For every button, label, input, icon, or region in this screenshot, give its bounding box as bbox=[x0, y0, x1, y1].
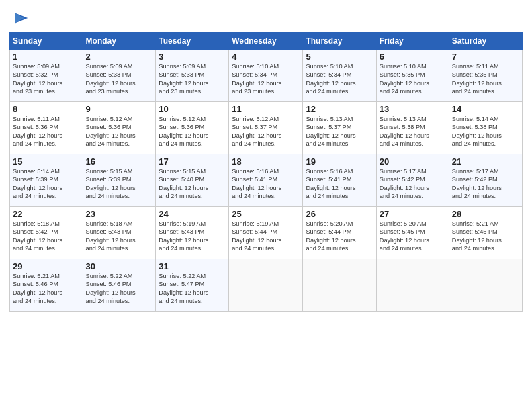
calendar-cell: 15Sunrise: 5:14 AMSunset: 5:39 PMDayligh… bbox=[10, 154, 83, 207]
calendar-cell bbox=[376, 259, 449, 312]
day-number: 5 bbox=[306, 52, 373, 62]
calendar-cell bbox=[449, 259, 522, 312]
calendar-cell: 25Sunrise: 5:19 AMSunset: 5:44 PMDayligh… bbox=[229, 207, 303, 259]
day-number: 8 bbox=[13, 104, 80, 114]
calendar-cell: 27Sunrise: 5:20 AMSunset: 5:45 PMDayligh… bbox=[376, 207, 449, 259]
day-info: Sunrise: 5:09 AMSunset: 5:32 PMDaylight:… bbox=[13, 62, 80, 96]
day-info: Sunrise: 5:17 AMSunset: 5:42 PMDaylight:… bbox=[380, 167, 446, 201]
day-info: Sunrise: 5:13 AMSunset: 5:37 PMDaylight:… bbox=[306, 115, 373, 148]
calendar-cell: 26Sunrise: 5:20 AMSunset: 5:44 PMDayligh… bbox=[303, 207, 376, 259]
day-info: Sunrise: 5:15 AMSunset: 5:40 PMDaylight:… bbox=[159, 167, 226, 201]
calendar-cell: 11Sunrise: 5:12 AMSunset: 5:37 PMDayligh… bbox=[229, 102, 303, 154]
day-info: Sunrise: 5:12 AMSunset: 5:36 PMDaylight:… bbox=[159, 115, 226, 148]
day-info: Sunrise: 5:15 AMSunset: 5:39 PMDaylight:… bbox=[86, 167, 153, 201]
day-number: 26 bbox=[306, 209, 373, 219]
day-number: 14 bbox=[452, 104, 519, 114]
day-number: 23 bbox=[86, 209, 153, 219]
day-number: 30 bbox=[86, 261, 153, 271]
day-number: 25 bbox=[232, 209, 300, 219]
day-info: Sunrise: 5:19 AMSunset: 5:44 PMDaylight:… bbox=[232, 220, 300, 253]
day-info: Sunrise: 5:11 AMSunset: 5:35 PMDaylight:… bbox=[452, 62, 519, 96]
day-number: 27 bbox=[380, 209, 446, 219]
day-info: Sunrise: 5:22 AMSunset: 5:47 PMDaylight:… bbox=[159, 272, 226, 306]
days-of-week-row: SundayMondayTuesdayWednesdayThursdayFrid… bbox=[10, 33, 523, 50]
calendar-cell: 29Sunrise: 5:21 AMSunset: 5:46 PMDayligh… bbox=[10, 259, 83, 312]
page-container: SundayMondayTuesdayWednesdayThursdayFrid… bbox=[0, 0, 532, 318]
calendar-cell: 17Sunrise: 5:15 AMSunset: 5:40 PMDayligh… bbox=[156, 154, 229, 207]
day-info: Sunrise: 5:09 AMSunset: 5:33 PMDaylight:… bbox=[159, 62, 226, 96]
day-number: 17 bbox=[159, 156, 226, 167]
calendar-cell bbox=[303, 259, 376, 312]
calendar-cell: 2Sunrise: 5:09 AMSunset: 5:33 PMDaylight… bbox=[83, 50, 156, 102]
day-number: 18 bbox=[232, 156, 300, 167]
day-number: 4 bbox=[232, 52, 300, 62]
day-info: Sunrise: 5:20 AMSunset: 5:45 PMDaylight:… bbox=[380, 220, 446, 253]
day-info: Sunrise: 5:21 AMSunset: 5:46 PMDaylight:… bbox=[13, 272, 80, 306]
calendar-cell: 1Sunrise: 5:09 AMSunset: 5:32 PMDaylight… bbox=[10, 50, 83, 102]
day-info: Sunrise: 5:12 AMSunset: 5:36 PMDaylight:… bbox=[86, 115, 153, 148]
calendar-cell: 6Sunrise: 5:10 AMSunset: 5:35 PMDaylight… bbox=[376, 50, 449, 102]
day-info: Sunrise: 5:10 AMSunset: 5:35 PMDaylight:… bbox=[380, 62, 446, 96]
day-number: 1 bbox=[13, 52, 80, 62]
day-info: Sunrise: 5:10 AMSunset: 5:34 PMDaylight:… bbox=[232, 62, 300, 96]
svg-marker-1 bbox=[15, 13, 24, 24]
day-number: 29 bbox=[13, 261, 80, 271]
day-info: Sunrise: 5:16 AMSunset: 5:41 PMDaylight:… bbox=[232, 167, 300, 201]
day-info: Sunrise: 5:18 AMSunset: 5:42 PMDaylight:… bbox=[13, 220, 80, 253]
day-info: Sunrise: 5:11 AMSunset: 5:36 PMDaylight:… bbox=[13, 115, 80, 148]
header bbox=[9, 7, 523, 28]
calendar-cell: 21Sunrise: 5:17 AMSunset: 5:42 PMDayligh… bbox=[449, 154, 522, 207]
dow-wednesday: Wednesday bbox=[229, 33, 303, 50]
day-number: 9 bbox=[86, 104, 153, 114]
week-row-1: 8Sunrise: 5:11 AMSunset: 5:36 PMDaylight… bbox=[10, 102, 523, 154]
day-info: Sunrise: 5:19 AMSunset: 5:43 PMDaylight:… bbox=[159, 220, 226, 253]
calendar-cell: 18Sunrise: 5:16 AMSunset: 5:41 PMDayligh… bbox=[229, 154, 303, 207]
calendar-cell: 24Sunrise: 5:19 AMSunset: 5:43 PMDayligh… bbox=[156, 207, 229, 259]
calendar-cell: 20Sunrise: 5:17 AMSunset: 5:42 PMDayligh… bbox=[376, 154, 449, 207]
day-info: Sunrise: 5:14 AMSunset: 5:39 PMDaylight:… bbox=[13, 167, 80, 201]
day-number: 2 bbox=[86, 52, 153, 62]
calendar-cell: 28Sunrise: 5:21 AMSunset: 5:45 PMDayligh… bbox=[449, 207, 522, 259]
day-info: Sunrise: 5:14 AMSunset: 5:38 PMDaylight:… bbox=[452, 115, 519, 148]
week-row-0: 1Sunrise: 5:09 AMSunset: 5:32 PMDaylight… bbox=[10, 50, 523, 102]
calendar-cell: 7Sunrise: 5:11 AMSunset: 5:35 PMDaylight… bbox=[449, 50, 522, 102]
day-number: 31 bbox=[159, 261, 226, 271]
day-number: 24 bbox=[159, 209, 226, 219]
day-info: Sunrise: 5:20 AMSunset: 5:44 PMDaylight:… bbox=[306, 220, 373, 253]
day-number: 21 bbox=[452, 156, 519, 167]
calendar-cell: 30Sunrise: 5:22 AMSunset: 5:46 PMDayligh… bbox=[83, 259, 156, 312]
day-info: Sunrise: 5:17 AMSunset: 5:42 PMDaylight:… bbox=[452, 167, 519, 201]
day-info: Sunrise: 5:16 AMSunset: 5:41 PMDaylight:… bbox=[306, 167, 373, 201]
week-row-4: 29Sunrise: 5:21 AMSunset: 5:46 PMDayligh… bbox=[10, 259, 523, 312]
day-number: 28 bbox=[452, 209, 519, 219]
day-info: Sunrise: 5:10 AMSunset: 5:34 PMDaylight:… bbox=[306, 62, 373, 96]
day-number: 6 bbox=[380, 52, 446, 62]
day-number: 22 bbox=[13, 209, 80, 219]
dow-friday: Friday bbox=[376, 33, 449, 50]
calendar-cell: 4Sunrise: 5:10 AMSunset: 5:34 PMDaylight… bbox=[229, 50, 303, 102]
calendar-cell: 22Sunrise: 5:18 AMSunset: 5:42 PMDayligh… bbox=[10, 207, 83, 259]
dow-tuesday: Tuesday bbox=[156, 33, 229, 50]
calendar-cell: 19Sunrise: 5:16 AMSunset: 5:41 PMDayligh… bbox=[303, 154, 376, 207]
calendar-cell: 13Sunrise: 5:13 AMSunset: 5:38 PMDayligh… bbox=[376, 102, 449, 154]
day-number: 3 bbox=[159, 52, 226, 62]
calendar-cell: 5Sunrise: 5:10 AMSunset: 5:34 PMDaylight… bbox=[303, 50, 376, 102]
week-row-3: 22Sunrise: 5:18 AMSunset: 5:42 PMDayligh… bbox=[10, 207, 523, 259]
day-info: Sunrise: 5:09 AMSunset: 5:33 PMDaylight:… bbox=[86, 62, 153, 96]
calendar-cell: 31Sunrise: 5:22 AMSunset: 5:47 PMDayligh… bbox=[156, 259, 229, 312]
day-number: 16 bbox=[86, 156, 153, 167]
day-info: Sunrise: 5:12 AMSunset: 5:37 PMDaylight:… bbox=[232, 115, 300, 148]
calendar-cell: 23Sunrise: 5:18 AMSunset: 5:43 PMDayligh… bbox=[83, 207, 156, 259]
week-row-2: 15Sunrise: 5:14 AMSunset: 5:39 PMDayligh… bbox=[10, 154, 523, 207]
calendar-cell: 10Sunrise: 5:12 AMSunset: 5:36 PMDayligh… bbox=[156, 102, 229, 154]
dow-sunday: Sunday bbox=[10, 33, 83, 50]
dow-saturday: Saturday bbox=[449, 33, 522, 50]
calendar-cell: 3Sunrise: 5:09 AMSunset: 5:33 PMDaylight… bbox=[156, 50, 229, 102]
calendar-cell: 12Sunrise: 5:13 AMSunset: 5:37 PMDayligh… bbox=[303, 102, 376, 154]
dow-thursday: Thursday bbox=[303, 33, 376, 50]
day-number: 10 bbox=[159, 104, 226, 114]
logo-icon bbox=[11, 9, 30, 28]
day-info: Sunrise: 5:22 AMSunset: 5:46 PMDaylight:… bbox=[86, 272, 153, 306]
day-number: 15 bbox=[13, 156, 80, 167]
day-info: Sunrise: 5:21 AMSunset: 5:45 PMDaylight:… bbox=[452, 220, 519, 253]
